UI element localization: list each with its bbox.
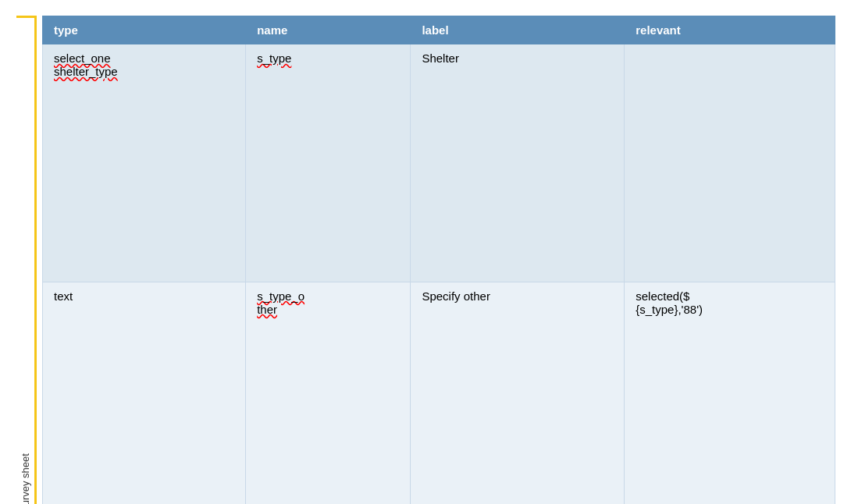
survey-col-name: name [246,16,411,44]
survey-cell-name: s_type [246,44,411,282]
survey-table: type name label relevant select_oneshelt… [42,16,835,504]
survey-cell-label: Specify other [411,282,625,504]
survey-table-row: texts_type_otherSpecify otherselected(${… [43,282,835,504]
survey-section: Survey sheet type name label relevant se… [16,16,835,504]
survey-table-row: select_oneshelter_types_typeShelter [43,44,835,282]
survey-cell-type: select_oneshelter_type [43,44,246,282]
survey-side-label-container: Survey sheet [16,16,37,504]
survey-cell-type: text [43,282,246,504]
survey-header-row: type name label relevant [43,16,835,44]
survey-cell-label: Shelter [411,44,625,282]
survey-col-type: type [43,16,246,44]
survey-col-relevant: relevant [625,16,835,44]
survey-cell-relevant [625,44,835,282]
survey-cell-relevant: selected(${s_type},'88') [625,282,835,504]
survey-col-label: label [411,16,625,44]
survey-side-label: Survey sheet [16,16,37,504]
survey-cell-name: s_type_other [246,282,411,504]
